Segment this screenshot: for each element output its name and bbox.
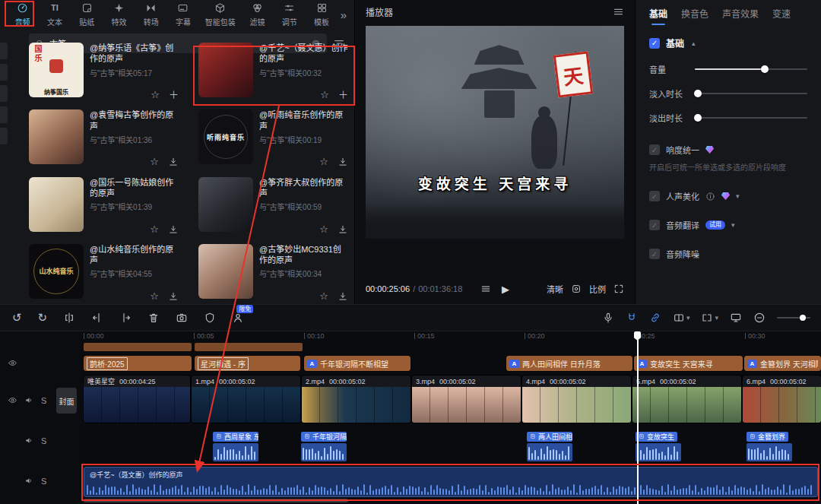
snap-magnet-icon[interactable] [626,312,638,324]
inspector-tab-basic[interactable]: 基础 [649,7,667,20]
tts-audio-clip[interactable]: 变故突生 [636,429,681,461]
text-clip-partial[interactable] [195,343,303,351]
fade-out-slider[interactable] [695,113,807,122]
collapsed-category-stub[interactable] [0,43,8,59]
add-to-track-icon[interactable]: ＋ [338,90,348,100]
preview-axis-tool[interactable]: ▾ [673,312,690,324]
video-clip[interactable]: 6.mp400:00:05:02 [743,376,821,423]
download-icon[interactable] [168,157,179,167]
ratio-button[interactable]: 比例 [589,283,606,295]
music-card[interactable]: @古筝妙出MC9331创作的原声 与"古筝"相关00:34 ☆ [198,244,348,302]
time-ruler[interactable]: 00:00 00:05 00:10 00:15 00:20 00:25 00:3… [84,331,821,342]
mute-track-icon[interactable] [24,476,34,486]
text-clip-partial[interactable] [84,343,192,351]
favorite-star-icon[interactable]: ☆ [150,291,159,302]
tab-effects[interactable]: 特效 [106,2,132,27]
music-card[interactable]: 山水纯音乐 @山水纯音乐创作的原声 与"古筝"相关04:55 ☆ [29,244,179,302]
collapsed-category-stub[interactable] [0,85,8,102]
toggle-visibility-icon[interactable] [8,395,17,405]
favorite-star-icon[interactable]: ☆ [319,224,328,235]
video-clip[interactable]: 1.mp400:00:05:02 [192,376,300,423]
tab-transitions[interactable]: 转场 [138,2,164,27]
mute-track-icon[interactable] [24,395,34,405]
favorite-star-icon[interactable]: ☆ [150,224,159,235]
player-menu-icon[interactable] [613,6,624,17]
tab-captions[interactable]: 字幕 [170,2,196,27]
audio-translate-checkbox[interactable]: ✓ [649,220,660,230]
frame-preview-icon[interactable] [571,284,582,294]
voice-beautify-checkbox[interactable]: ✓ [649,191,660,201]
quality-button[interactable]: 清晰 [547,283,563,295]
text-clip[interactable]: A变故突生 天宫来寻 [634,356,743,371]
text-clip[interactable]: A金簪划界 天河相隔 [744,356,821,371]
mute-track-icon[interactable] [24,436,34,445]
matting-tool[interactable]: 限免 [232,312,244,324]
timeline-tracks[interactable]: 00:00 00:05 00:10 00:15 00:20 00:25 00:3… [84,331,821,504]
tts-audio-clip[interactable]: 金簪划界 [747,429,792,461]
text-clip[interactable]: A千年银河隔不断相望 [304,356,410,371]
favorite-star-icon[interactable]: ☆ [319,157,328,167]
loudness-checkbox[interactable]: ✓ [649,144,660,155]
music-card[interactable]: 国乐 纳筝国乐 @纳筝乐语《古筝》创作的原声 与"古筝"相关05:17 ☆＋ [29,43,179,100]
playlist-icon[interactable] [480,284,491,294]
inspector-tab-sound-effects[interactable]: 声音效果 [722,7,759,20]
basic-section-checkbox[interactable]: ✓ [649,38,660,49]
track-layout-tool[interactable]: ▾ [701,312,718,324]
music-card[interactable]: 听雨纯音乐 @听雨纯音乐创作的原声 与"古筝"相关00:19 ☆ [198,109,348,167]
music-card[interactable]: @国乐一号陈姑娘创作的原声 与"古筝"相关01:39 ☆ [29,177,179,235]
tts-audio-clip[interactable]: 千年银河隔 [301,429,347,461]
text-clip[interactable]: 鹊桥·2025 [84,356,192,371]
tab-text[interactable]: TI文本 [41,2,68,27]
download-icon[interactable] [338,157,348,167]
video-clip[interactable]: 唯美星空00:00:04:25 [84,376,190,423]
chevron-down-icon[interactable]: ▾ [736,192,740,200]
fade-in-slider[interactable] [695,89,807,98]
download-icon[interactable] [338,291,348,302]
redo-icon[interactable]: ↻ [38,312,48,324]
cover-button[interactable]: 封面 [56,388,77,414]
music-card[interactable]: @筝齐胖大叔创作的原声 与"古筝"相关00:59 ☆ [198,177,348,235]
collapsed-category-stub[interactable] [0,106,8,123]
video-clip[interactable]: 3.mp400:00:05:02 [412,376,521,423]
undo-icon[interactable]: ↺ [12,312,22,324]
download-icon[interactable] [168,291,179,302]
download-icon[interactable] [338,224,348,235]
linkage-icon[interactable] [649,312,661,324]
music-card[interactable]: @袁雪梅古筝创作的原声 与"古筝"相关01:36 ☆ [29,109,179,167]
trim-left-icon[interactable] [91,312,103,324]
music-card-selected[interactable]: @千艺~（聂文惠）创作的原声 与"古筝"相关00:32 ☆＋ [198,43,348,100]
timeline-zoom-slider[interactable] [777,314,810,322]
collapsed-category-stub[interactable] [0,64,8,81]
solo-track-button[interactable]: S [41,477,46,486]
freeze-frame-icon[interactable] [176,312,188,324]
tab-adjust[interactable]: 调节 [276,2,303,27]
inspector-tab-voice-change[interactable]: 换音色 [681,7,708,20]
volume-slider[interactable] [695,65,807,74]
denoise-checkbox[interactable]: ✓ [649,249,660,259]
tab-audio[interactable]: 音频 [9,2,36,27]
inspector-tab-speed[interactable]: 变速 [772,7,791,20]
favorite-star-icon[interactable]: ☆ [320,90,329,100]
tab-filters[interactable]: 滤镜 [244,2,271,27]
download-icon[interactable] [168,224,179,235]
video-clip[interactable]: 5.mp400:00:05:02 [632,376,741,423]
mask-icon[interactable] [204,312,216,324]
toggle-visibility-icon[interactable] [8,358,17,368]
fit-timeline-icon[interactable] [730,312,742,324]
zoom-out-icon[interactable] [753,312,766,324]
video-preview[interactable]: 天 变故突生 天宫来寻 [366,26,624,239]
info-icon[interactable] [705,192,715,201]
split-icon[interactable] [63,312,75,324]
record-voiceover-icon[interactable] [602,312,614,324]
video-clip[interactable]: 2.mp400:00:05:02 [302,376,410,423]
tab-templates[interactable]: 模板 [308,2,334,27]
solo-track-button[interactable]: S [41,396,46,405]
solo-track-button[interactable]: S [41,436,46,445]
tts-audio-clip[interactable]: 两人田间相伴 [527,429,572,461]
tab-smart-package[interactable]: 智能包装 [202,2,239,27]
video-clip[interactable]: 4.mp400:00:05:02 [522,376,631,423]
add-to-track-icon[interactable]: ＋ [169,90,179,100]
text-clip[interactable]: 星河相遇 - 序 [195,356,300,371]
music-audio-clip[interactable]: @千艺~（聂文惠）创作的原声 [84,467,818,497]
tts-audio-clip[interactable]: 西周星象 东 [213,429,258,461]
